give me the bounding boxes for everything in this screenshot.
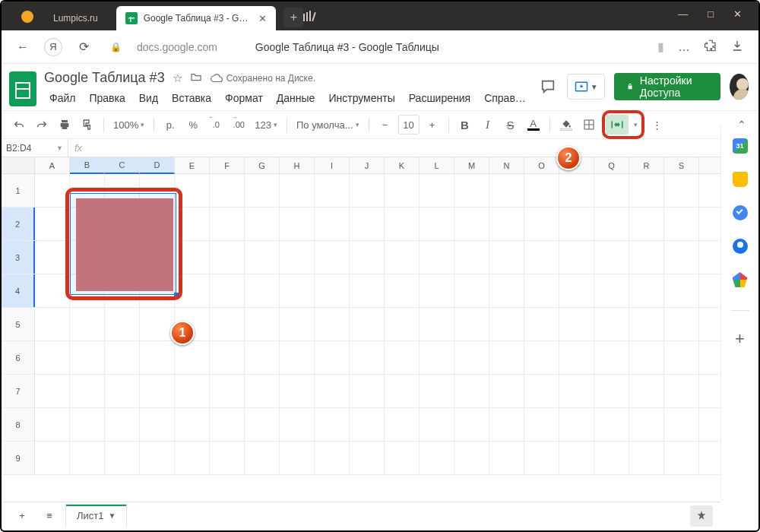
strike-button[interactable]: S <box>501 115 521 135</box>
cell[interactable] <box>210 308 245 340</box>
column-header[interactable]: D <box>140 157 175 174</box>
cell[interactable] <box>70 408 105 441</box>
reload-icon[interactable]: ⟳ <box>73 36 94 58</box>
cell[interactable] <box>559 241 594 274</box>
italic-button[interactable]: I <box>478 115 498 135</box>
cell[interactable] <box>454 341 489 374</box>
cell[interactable] <box>140 375 175 407</box>
merge-dropdown-icon[interactable] <box>629 115 641 135</box>
cell[interactable] <box>35 174 70 207</box>
cell[interactable] <box>175 207 210 240</box>
column-header[interactable]: B <box>70 157 105 174</box>
cell[interactable] <box>629 375 664 407</box>
cell[interactable] <box>280 308 315 340</box>
star-icon[interactable]: ☆ <box>173 71 182 85</box>
cell[interactable] <box>35 207 70 240</box>
cell[interactable] <box>315 408 350 441</box>
sheet-tab[interactable]: Лист1▼ <box>65 504 127 527</box>
cell[interactable] <box>70 442 105 474</box>
cell[interactable] <box>664 207 699 240</box>
cell[interactable] <box>35 408 70 441</box>
cell[interactable] <box>664 174 699 207</box>
row-header[interactable]: 1 <box>2 174 35 207</box>
cell[interactable] <box>385 241 420 274</box>
column-header[interactable]: M <box>454 157 489 173</box>
font-dropdown[interactable]: По умолча... <box>293 115 363 135</box>
cloud-saved-status[interactable]: Сохранено на Диске. <box>210 73 315 84</box>
cell[interactable] <box>315 375 350 407</box>
cell[interactable] <box>420 207 454 240</box>
menu-tools[interactable]: Инструменты <box>323 89 400 107</box>
url-domain[interactable]: docs.google.com <box>137 41 217 53</box>
cell[interactable] <box>385 375 420 407</box>
cell[interactable] <box>594 207 629 240</box>
cell[interactable] <box>175 274 210 307</box>
bookmark-icon[interactable]: ▮ <box>657 40 664 54</box>
merge-cells-button[interactable] <box>606 115 629 135</box>
increase-decimal-button[interactable]: .00→ <box>229 115 249 135</box>
cell[interactable] <box>420 308 454 340</box>
cell[interactable] <box>175 408 210 441</box>
cell[interactable] <box>594 241 629 274</box>
cell[interactable] <box>489 408 524 441</box>
name-box[interactable]: B2:D4▼ <box>2 139 68 157</box>
cell[interactable] <box>629 241 664 274</box>
explore-button[interactable] <box>690 505 713 527</box>
cell[interactable] <box>489 308 524 340</box>
cell[interactable] <box>489 442 524 474</box>
cell[interactable] <box>385 408 420 441</box>
cell[interactable] <box>245 174 280 207</box>
cell[interactable] <box>210 174 245 207</box>
fill-color-button[interactable] <box>556 115 576 135</box>
cell[interactable] <box>140 442 175 474</box>
more-icon[interactable]: … <box>678 40 690 54</box>
cell[interactable] <box>140 308 175 340</box>
select-all-corner[interactable] <box>2 157 35 173</box>
cell[interactable] <box>420 174 454 207</box>
tab-close-icon[interactable]: ✕ <box>258 13 267 24</box>
menu-help[interactable]: Справ… <box>479 89 531 107</box>
menu-format[interactable]: Формат <box>220 89 268 107</box>
window-maximize-icon[interactable]: □ <box>708 8 714 20</box>
number-format-dropdown[interactable]: 123 <box>252 115 280 135</box>
cell[interactable] <box>489 375 524 407</box>
cell[interactable] <box>629 308 664 340</box>
cell[interactable] <box>524 241 559 274</box>
row-header[interactable]: 7 <box>2 375 35 407</box>
cell[interactable] <box>105 408 140 441</box>
cell[interactable] <box>350 308 385 340</box>
cell[interactable] <box>350 207 385 240</box>
column-header[interactable]: F <box>210 157 245 173</box>
cell[interactable] <box>559 274 594 307</box>
text-color-button[interactable]: A <box>524 115 543 135</box>
cell[interactable] <box>210 408 245 441</box>
cell[interactable] <box>35 274 70 307</box>
cell[interactable] <box>210 442 245 474</box>
column-header[interactable]: O <box>524 157 559 173</box>
cell[interactable] <box>315 207 350 240</box>
column-header[interactable]: R <box>629 157 664 173</box>
cell[interactable] <box>105 375 140 407</box>
move-icon[interactable] <box>190 71 202 84</box>
cell[interactable] <box>350 241 385 274</box>
cell[interactable] <box>559 308 594 340</box>
cell[interactable] <box>280 207 315 240</box>
cell[interactable] <box>489 207 524 240</box>
cell[interactable] <box>350 341 385 374</box>
spreadsheet-grid[interactable]: ABCDEFGHIJKLMNOPQRS 123456789 <box>2 157 758 484</box>
font-size-minus-icon[interactable]: − <box>375 115 395 135</box>
cell[interactable] <box>245 207 280 240</box>
cell[interactable] <box>559 341 594 374</box>
cell[interactable] <box>489 174 524 207</box>
currency-button[interactable]: р. <box>160 115 180 135</box>
column-header[interactable]: Q <box>594 157 629 173</box>
cell[interactable] <box>385 174 420 207</box>
cell[interactable] <box>210 375 245 407</box>
cell[interactable] <box>594 408 629 441</box>
cell[interactable] <box>280 274 315 307</box>
column-header[interactable]: K <box>385 157 420 173</box>
cell[interactable] <box>454 308 489 340</box>
cell[interactable] <box>280 375 315 407</box>
cell[interactable] <box>454 442 489 474</box>
menu-view[interactable]: Вид <box>134 89 163 107</box>
